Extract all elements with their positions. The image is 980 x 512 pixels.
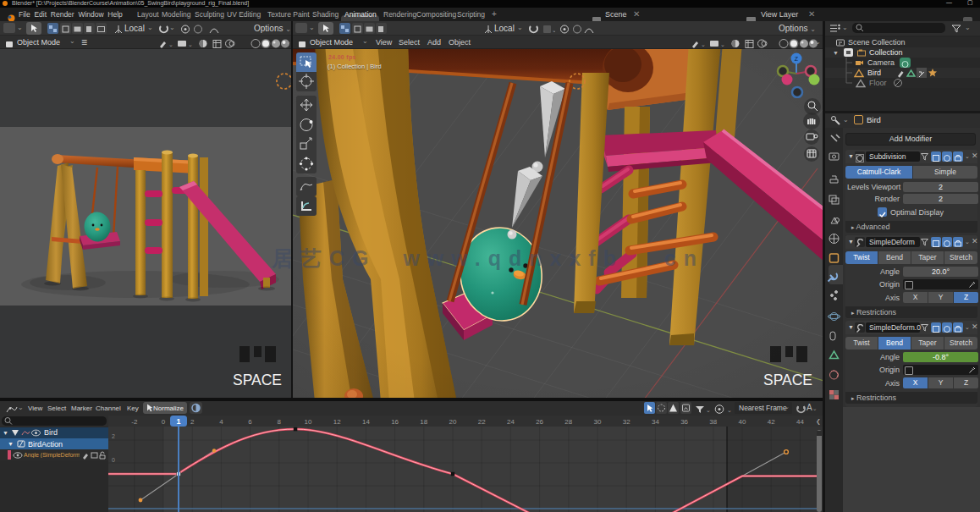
svg-text:Z: Z bbox=[795, 56, 799, 62]
svg-text:32: 32 bbox=[623, 418, 630, 426]
svg-text:24: 24 bbox=[507, 418, 515, 426]
svg-text:⌄: ⌄ bbox=[706, 407, 711, 413]
svg-text:12: 12 bbox=[333, 418, 341, 426]
svg-text:22: 22 bbox=[478, 418, 486, 426]
svg-text:30: 30 bbox=[594, 418, 602, 426]
svg-text:18: 18 bbox=[420, 418, 427, 426]
svg-text:8: 8 bbox=[278, 418, 282, 426]
svg-text:16: 16 bbox=[391, 418, 399, 426]
svg-text:6: 6 bbox=[248, 418, 252, 426]
svg-text:-2: -2 bbox=[131, 418, 138, 426]
svg-text:⌄: ⌄ bbox=[168, 41, 173, 47]
svg-text:2: 2 bbox=[112, 433, 115, 439]
svg-text:40: 40 bbox=[739, 418, 746, 426]
svg-text:36: 36 bbox=[680, 418, 688, 426]
svg-text:10: 10 bbox=[305, 418, 312, 426]
svg-text:⌄: ⌄ bbox=[727, 407, 732, 413]
svg-text:⌄: ⌄ bbox=[552, 27, 555, 33]
svg-text:4: 4 bbox=[219, 418, 223, 426]
svg-text:0: 0 bbox=[162, 418, 166, 426]
svg-text:42: 42 bbox=[768, 418, 775, 426]
svg-text:❮: ❮ bbox=[816, 418, 821, 425]
svg-text:1: 1 bbox=[176, 417, 180, 426]
svg-text:34: 34 bbox=[652, 418, 659, 426]
svg-text:⌄: ⌄ bbox=[701, 41, 706, 47]
svg-text:⌄: ⌄ bbox=[188, 41, 193, 47]
svg-text:44: 44 bbox=[796, 418, 804, 426]
svg-text:26: 26 bbox=[536, 418, 543, 426]
svg-text:2: 2 bbox=[190, 418, 195, 426]
svg-text:⌄: ⌄ bbox=[720, 41, 725, 47]
svg-text:14: 14 bbox=[362, 418, 370, 426]
svg-text:38: 38 bbox=[709, 418, 717, 426]
svg-text:28: 28 bbox=[564, 418, 572, 426]
svg-text:20: 20 bbox=[449, 418, 457, 426]
svg-text:0: 0 bbox=[112, 457, 115, 463]
